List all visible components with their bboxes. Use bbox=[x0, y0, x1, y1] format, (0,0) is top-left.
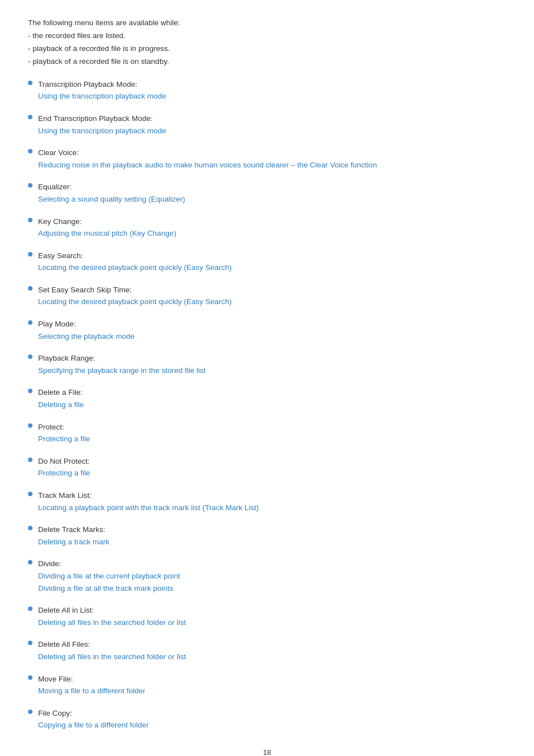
bullet-icon bbox=[28, 675, 32, 680]
item-link[interactable]: Deleting all files in the searched folde… bbox=[38, 617, 506, 629]
item-content: Track Mark List:Locating a playback poin… bbox=[38, 489, 506, 514]
item-label: Protect: bbox=[38, 421, 506, 433]
item-label: Do Not Protect: bbox=[38, 455, 506, 468]
item-label: Key Change: bbox=[38, 216, 506, 228]
item-link[interactable]: Using the transcription playback mode bbox=[38, 90, 506, 102]
list-item: Delete Track Marks:Deleting a track mark bbox=[28, 524, 506, 548]
item-link[interactable]: Selecting a sound quality setting (Equal… bbox=[38, 193, 506, 206]
list-item: Do Not Protect:Protecting a file bbox=[28, 455, 506, 479]
item-link[interactable]: Locating the desired playback point quic… bbox=[38, 262, 506, 274]
bullet-icon bbox=[28, 320, 32, 325]
intro-line-3: - playback of a recorded file is in prog… bbox=[28, 43, 506, 55]
item-content: Equalizer:Selecting a sound quality sett… bbox=[38, 181, 506, 205]
item-link[interactable]: Protecting a file bbox=[38, 433, 506, 445]
bullet-icon bbox=[28, 423, 32, 428]
list-item: Delete All Files:Deleting all files in t… bbox=[28, 638, 506, 662]
item-content: End Transcription Playback Mode:Using th… bbox=[38, 113, 506, 137]
item-content: Delete a File:Deleting a file bbox=[38, 386, 506, 410]
item-label: Delete Track Marks: bbox=[38, 524, 506, 536]
bullet-icon bbox=[28, 389, 32, 393]
intro-line-1: The following menu items are available w… bbox=[28, 17, 506, 30]
item-label: Set Easy Search Skip Time: bbox=[38, 284, 506, 296]
list-item: Delete a File:Deleting a file bbox=[28, 386, 506, 410]
item-content: Clear Voice:Reducing noise in the playba… bbox=[38, 147, 506, 171]
item-link[interactable]: Deleting all files in the searched folde… bbox=[38, 651, 506, 663]
item-content: Playback Range:Specifying the playback r… bbox=[38, 352, 506, 376]
item-label: Delete All in List: bbox=[38, 604, 506, 617]
item-label: Play Mode: bbox=[38, 318, 506, 330]
bullet-icon bbox=[28, 183, 32, 188]
item-link[interactable]: Locating a playback point with the track… bbox=[38, 502, 506, 514]
menu-items-list: Transcription Playback Mode:Using the tr… bbox=[28, 78, 506, 731]
item-content: Set Easy Search Skip Time:Locating the d… bbox=[38, 284, 506, 308]
item-content: Play Mode:Selecting the playback mode bbox=[38, 318, 506, 342]
item-link[interactable]: Dividing a file at the current playback … bbox=[38, 570, 506, 582]
item-link[interactable]: Moving a file to a different folder bbox=[38, 685, 506, 697]
item-link[interactable]: Selecting the playback mode bbox=[38, 330, 506, 343]
bullet-icon bbox=[28, 149, 32, 153]
item-link[interactable]: Using the transcription playback mode bbox=[38, 125, 506, 137]
bullet-icon bbox=[28, 115, 32, 119]
item-content: Key Change:Adjusting the musical pitch (… bbox=[38, 216, 506, 240]
item-label: Easy Search: bbox=[38, 250, 506, 262]
bullet-icon bbox=[28, 218, 32, 222]
item-content: Divide:Dividing a file at the current pl… bbox=[38, 558, 506, 594]
intro-line-2: - the recorded files are listed. bbox=[28, 30, 506, 43]
item-label: Equalizer: bbox=[38, 181, 506, 193]
bullet-icon bbox=[28, 286, 32, 291]
list-item: Divide:Dividing a file at the current pl… bbox=[28, 558, 506, 594]
bullet-icon bbox=[28, 354, 32, 359]
item-content: Delete All Files:Deleting all files in t… bbox=[38, 638, 506, 662]
list-item: Set Easy Search Skip Time:Locating the d… bbox=[28, 284, 506, 308]
item-content: Protect:Protecting a file bbox=[38, 421, 506, 445]
list-item: Playback Range:Specifying the playback r… bbox=[28, 352, 506, 376]
bullet-icon bbox=[28, 710, 32, 714]
list-item: Protect:Protecting a file bbox=[28, 421, 506, 445]
item-label: Transcription Playback Mode: bbox=[38, 78, 506, 91]
item-label: End Transcription Playback Mode: bbox=[38, 113, 506, 125]
list-item: Play Mode:Selecting the playback mode bbox=[28, 318, 506, 342]
intro-section: The following menu items are available w… bbox=[28, 17, 506, 68]
bullet-icon bbox=[28, 458, 32, 462]
item-link[interactable]: Deleting a track mark bbox=[38, 536, 506, 548]
item-content: Delete All in List:Deleting all files in… bbox=[38, 604, 506, 628]
item-link[interactable]: Deleting a file bbox=[38, 399, 506, 411]
item-label: Delete a File: bbox=[38, 386, 506, 399]
list-item: Clear Voice:Reducing noise in the playba… bbox=[28, 147, 506, 171]
page-number: 18 bbox=[28, 748, 506, 756]
item-label: Playback Range: bbox=[38, 352, 506, 365]
list-item: Track Mark List:Locating a playback poin… bbox=[28, 489, 506, 514]
list-item: Easy Search:Locating the desired playbac… bbox=[28, 250, 506, 274]
intro-line-4: - playback of a recorded file is on stan… bbox=[28, 55, 506, 68]
item-link[interactable]: Dividing a file at all the track mark po… bbox=[38, 582, 506, 595]
list-item: Move File:Moving a file to a different f… bbox=[28, 673, 506, 697]
item-label: Clear Voice: bbox=[38, 147, 506, 159]
bullet-icon bbox=[28, 81, 32, 85]
bullet-icon bbox=[28, 492, 32, 496]
item-label: File Copy: bbox=[38, 707, 506, 720]
bullet-icon bbox=[28, 560, 32, 564]
list-item: File Copy:Copying a file to a different … bbox=[28, 707, 506, 731]
item-label: Move File: bbox=[38, 673, 506, 685]
bullet-icon bbox=[28, 606, 32, 611]
item-link[interactable]: Specifying the playback range in the sto… bbox=[38, 365, 506, 377]
item-link[interactable]: Locating the desired playback point quic… bbox=[38, 296, 506, 308]
item-content: Delete Track Marks:Deleting a track mark bbox=[38, 524, 506, 548]
list-item: Delete All in List:Deleting all files in… bbox=[28, 604, 506, 628]
item-content: Easy Search:Locating the desired playbac… bbox=[38, 250, 506, 274]
item-label: Delete All Files: bbox=[38, 638, 506, 651]
item-content: Move File:Moving a file to a different f… bbox=[38, 673, 506, 697]
item-content: Transcription Playback Mode:Using the tr… bbox=[38, 78, 506, 102]
item-link[interactable]: Adjusting the musical pitch (Key Change) bbox=[38, 227, 506, 240]
item-link[interactable]: Reducing noise in the playback audio to … bbox=[38, 159, 506, 171]
item-label: Divide: bbox=[38, 558, 506, 570]
item-label: Track Mark List: bbox=[38, 489, 506, 502]
list-item: Equalizer:Selecting a sound quality sett… bbox=[28, 181, 506, 205]
item-content: Do Not Protect:Protecting a file bbox=[38, 455, 506, 479]
list-item: End Transcription Playback Mode:Using th… bbox=[28, 113, 506, 137]
bullet-icon bbox=[28, 252, 32, 256]
item-link[interactable]: Copying a file to a different folder bbox=[38, 719, 506, 731]
list-item: Key Change:Adjusting the musical pitch (… bbox=[28, 216, 506, 240]
item-content: File Copy:Copying a file to a different … bbox=[38, 707, 506, 731]
item-link[interactable]: Protecting a file bbox=[38, 467, 506, 479]
